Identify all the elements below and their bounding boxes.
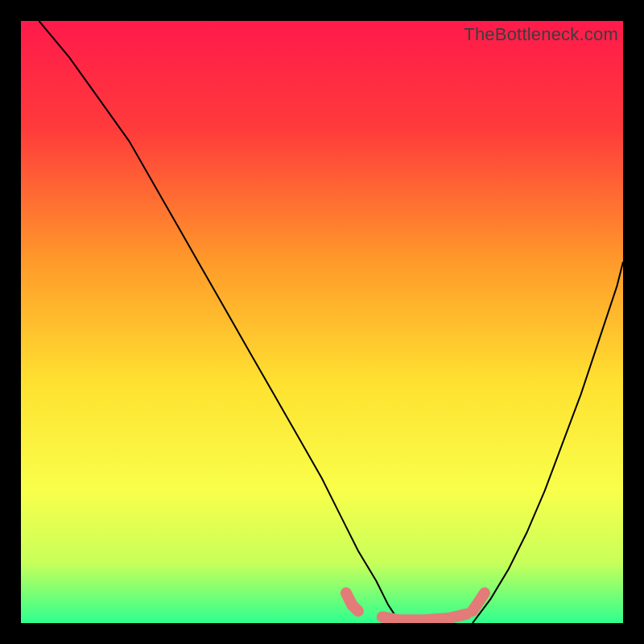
bottleneck-chart	[21, 21, 623, 623]
gradient-background	[21, 21, 623, 623]
highlight-segment-1	[382, 614, 467, 621]
chart-frame: TheBottleneck.com	[21, 21, 623, 623]
watermark-text: TheBottleneck.com	[464, 24, 618, 45]
